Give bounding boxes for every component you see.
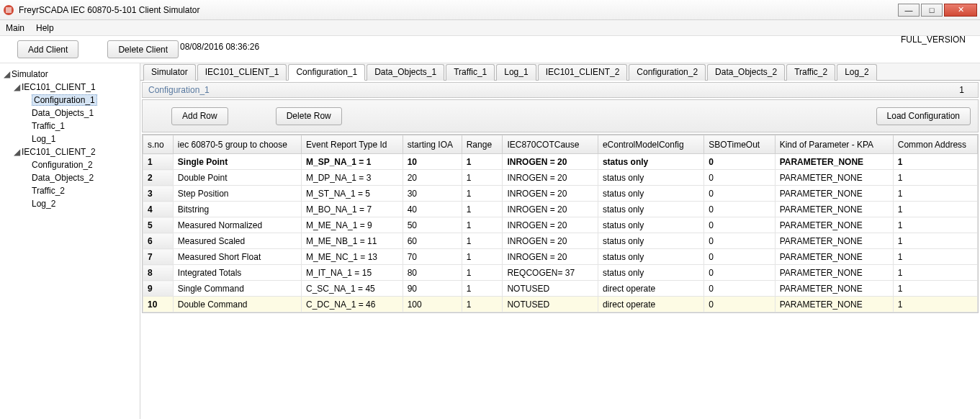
cell-sbo[interactable]: 0	[704, 186, 775, 202]
cell-group[interactable]: Step Position	[173, 186, 301, 202]
cell-sno[interactable]: 6	[143, 233, 174, 249]
cell-sbo[interactable]: 0	[704, 217, 775, 233]
cell-sno[interactable]: 5	[143, 217, 174, 233]
cell-ca[interactable]: 1	[893, 186, 977, 202]
cell-group[interactable]: Double Command	[173, 297, 301, 312]
cell-kpa[interactable]: PARAMETER_NONE	[775, 249, 893, 265]
cell-kpa[interactable]: PARAMETER_NONE	[775, 202, 893, 217]
cell-sno[interactable]: 2	[143, 170, 174, 186]
cell-kpa[interactable]: PARAMETER_NONE	[775, 170, 893, 186]
th-ecmc[interactable]: eControlModelConfig	[598, 135, 703, 154]
cell-ioa[interactable]: 100	[403, 297, 462, 312]
cell-sbo[interactable]: 0	[704, 249, 775, 265]
table-row[interactable]: 4BitstringM_BO_NA_1 = 7401INROGEN = 20st…	[143, 202, 978, 217]
cell-ecmc[interactable]: direct operate	[598, 297, 703, 312]
cell-cot[interactable]: INROGEN = 20	[503, 202, 598, 217]
tree-data2[interactable]: Data_Objects_2	[32, 173, 94, 183]
cell-ca[interactable]: 1	[893, 265, 977, 281]
cell-ert[interactable]: M_ME_NC_1 = 13	[302, 249, 403, 265]
cell-ca[interactable]: 1	[893, 202, 977, 217]
cell-ioa[interactable]: 60	[403, 233, 462, 249]
tree-root[interactable]: Simulator	[12, 69, 48, 79]
delete-client-button[interactable]: Delete Client	[107, 40, 179, 58]
table-row[interactable]: 8Integrated TotalsM_IT_NA_1 = 15801REQCO…	[143, 265, 978, 281]
cell-sno[interactable]: 3	[143, 186, 174, 202]
cell-cot[interactable]: INROGEN = 20	[503, 249, 598, 265]
tab-log2[interactable]: Log_2	[837, 64, 876, 81]
cell-range[interactable]: 1	[462, 154, 503, 170]
cell-group[interactable]: Double Point	[173, 170, 301, 186]
cell-sno[interactable]: 8	[143, 265, 174, 281]
cell-sbo[interactable]: 0	[704, 297, 775, 312]
cell-ert[interactable]: C_DC_NA_1 = 46	[302, 297, 403, 312]
cell-ecmc[interactable]: status only	[598, 186, 703, 202]
delete-row-button[interactable]: Delete Row	[276, 107, 342, 125]
tab-client2[interactable]: IEC101_CLIENT_2	[538, 64, 628, 81]
cell-ert[interactable]: M_ST_NA_1 = 5	[302, 186, 403, 202]
menu-help[interactable]: Help	[36, 23, 54, 33]
cell-ert[interactable]: M_ME_NA_1 = 9	[302, 217, 403, 233]
load-configuration-button[interactable]: Load Configuration	[876, 107, 971, 125]
add-row-button[interactable]: Add Row	[171, 107, 228, 125]
tree-traffic1[interactable]: Traffic_1	[32, 121, 65, 131]
cell-sbo[interactable]: 0	[704, 170, 775, 186]
cell-range[interactable]: 1	[462, 233, 503, 249]
th-group[interactable]: iec 60870-5 group to choose	[173, 135, 301, 154]
table-row[interactable]: 10Double CommandC_DC_NA_1 = 461001NOTUSE…	[143, 297, 978, 312]
cell-group[interactable]: Bitstring	[173, 202, 301, 217]
cell-ert[interactable]: M_BO_NA_1 = 7	[302, 202, 403, 217]
cell-ca[interactable]: 1	[893, 297, 977, 312]
tab-simulator[interactable]: Simulator	[143, 64, 196, 81]
tab-data-objects2[interactable]: Data_Objects_2	[707, 64, 785, 81]
cell-ioa[interactable]: 50	[403, 217, 462, 233]
tree-toggle-icon[interactable]: ◢	[13, 145, 20, 158]
cell-range[interactable]: 1	[462, 265, 503, 281]
tree-log1[interactable]: Log_1	[32, 134, 55, 144]
tree-toggle-icon[interactable]: ◢	[13, 81, 20, 94]
cell-ca[interactable]: 1	[893, 170, 977, 186]
add-client-button[interactable]: Add Client	[17, 40, 78, 58]
cell-ioa[interactable]: 30	[403, 186, 462, 202]
th-ca[interactable]: Common Address	[893, 135, 977, 154]
cell-kpa[interactable]: PARAMETER_NONE	[775, 186, 893, 202]
tab-traffic1[interactable]: Traffic_1	[446, 64, 495, 81]
cell-ert[interactable]: M_SP_NA_1 = 1	[302, 154, 403, 170]
close-button[interactable]: ✕	[944, 4, 977, 17]
th-range[interactable]: Range	[462, 135, 503, 154]
th-ioa[interactable]: starting IOA	[403, 135, 462, 154]
cell-sno[interactable]: 4	[143, 202, 174, 217]
cell-ert[interactable]: M_IT_NA_1 = 15	[302, 265, 403, 281]
tree-traffic2[interactable]: Traffic_2	[32, 186, 65, 196]
tree-cfg2[interactable]: Configuration_2	[32, 160, 93, 170]
cell-kpa[interactable]: PARAMETER_NONE	[775, 154, 893, 170]
cell-sno[interactable]: 7	[143, 249, 174, 265]
tab-log1[interactable]: Log_1	[496, 64, 536, 81]
cell-sbo[interactable]: 0	[704, 154, 775, 170]
cell-range[interactable]: 1	[462, 186, 503, 202]
cell-ecmc[interactable]: status only	[598, 154, 703, 170]
cell-kpa[interactable]: PARAMETER_NONE	[775, 233, 893, 249]
table-row[interactable]: 2Double PointM_DP_NA_1 = 3201INROGEN = 2…	[143, 170, 978, 186]
cell-kpa[interactable]: PARAMETER_NONE	[775, 281, 893, 297]
cell-range[interactable]: 1	[462, 281, 503, 297]
cell-ecmc[interactable]: status only	[598, 265, 703, 281]
cell-ecmc[interactable]: status only	[598, 233, 703, 249]
cell-sbo[interactable]: 0	[704, 265, 775, 281]
table-row[interactable]: 3Step PositionM_ST_NA_1 = 5301INROGEN = …	[143, 186, 978, 202]
menu-main[interactable]: Main	[6, 23, 24, 33]
th-sbo[interactable]: SBOTimeOut	[704, 135, 775, 154]
minimize-button[interactable]: —	[898, 4, 920, 17]
cell-cot[interactable]: INROGEN = 20	[503, 233, 598, 249]
cell-ca[interactable]: 1	[893, 233, 977, 249]
cell-ioa[interactable]: 20	[403, 170, 462, 186]
cell-ca[interactable]: 1	[893, 154, 977, 170]
cell-sbo[interactable]: 0	[704, 281, 775, 297]
cell-range[interactable]: 1	[462, 217, 503, 233]
cell-cot[interactable]: REQCOGEN= 37	[503, 265, 598, 281]
cell-ioa[interactable]: 40	[403, 202, 462, 217]
cell-kpa[interactable]: PARAMETER_NONE	[775, 217, 893, 233]
cell-group[interactable]: Single Command	[173, 281, 301, 297]
tab-data-objects1[interactable]: Data_Objects_1	[367, 64, 444, 81]
tree-data1[interactable]: Data_Objects_1	[32, 108, 94, 118]
tree-toggle-icon[interactable]: ◢	[3, 68, 10, 81]
